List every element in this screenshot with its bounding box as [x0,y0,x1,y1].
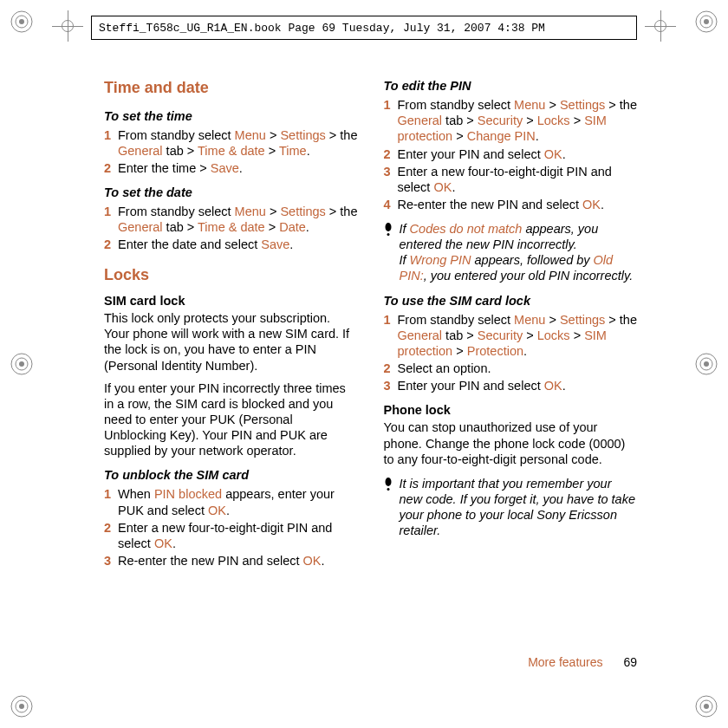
step: 1 When PIN blocked appears, enter your P… [104,486,358,517]
regmark-icon [693,693,719,719]
tip-text: It is important that you remember your n… [400,476,638,539]
step-number: 1 [104,204,118,235]
step-number: 4 [384,197,398,212]
document-header: Steffi_T658c_UG_R1A_EN.book Page 69 Tues… [91,16,637,40]
step-text: From standby select Menu > Settings > th… [118,204,358,235]
svg-point-21 [387,488,389,491]
subheading: To unblock the SIM card [104,467,358,483]
info-icon [384,221,393,284]
tip-note: It is important that you remember your n… [384,476,638,539]
step-text: Select an option. [398,361,638,376]
svg-point-14 [19,704,24,709]
doc-info: Steffi_T658c_UG_R1A_EN.book Page 69 Tues… [99,22,545,35]
tip-note: If Codes do not match appears, you enter… [384,221,638,284]
step: 2 Enter the date and select Save. [104,237,358,252]
step-number: 1 [384,312,398,359]
regmark-icon [9,351,35,377]
right-column: To edit the PIN 1 From standby select Me… [384,78,638,646]
page-content: Time and date To set the time 1 From sta… [104,78,637,646]
regmark-icon [693,9,719,35]
svg-point-19 [387,233,389,236]
step: 1 From standby select Menu > Settings > … [384,97,638,144]
step-text: Re-enter the new PIN and select OK. [398,197,638,212]
svg-point-2 [19,19,24,24]
step: 1 From standby select Menu > Settings > … [104,204,358,235]
subheading: To edit the PIN [384,78,638,94]
paragraph: If you enter your PIN incorrectly three … [104,380,358,459]
step: 1 From standby select Menu > Settings > … [104,127,358,159]
left-column: Time and date To set the time 1 From sta… [104,78,358,646]
step-text: From standby select Menu > Settings > th… [118,127,358,159]
svg-point-5 [704,19,709,24]
step-number: 2 [384,361,398,376]
step-number: 3 [384,378,398,393]
step: 2 Enter the time > Save. [104,160,358,176]
subheading: SIM card lock [104,293,358,309]
step: 4 Re-enter the new PIN and select OK. [384,197,638,212]
step: 3 Enter your PIN and select OK. [384,378,638,393]
step-number: 2 [104,160,118,176]
svg-point-20 [385,478,391,486]
step-number: 3 [384,164,398,195]
step: 3 Re-enter the new PIN and select OK. [104,553,358,569]
tip-text: If Codes do not match appears, you enter… [400,221,638,284]
heading-time-and-date: Time and date [104,78,358,98]
info-icon [384,476,393,539]
section-label: More features [528,655,602,669]
step: 2 Enter your PIN and select OK. [384,146,638,162]
step-number: 3 [104,553,118,569]
step-number: 1 [104,486,118,517]
step-text: When PIN blocked appears, enter your PUK… [118,486,358,517]
svg-point-18 [385,223,391,231]
step-text: Enter a new four-to-eight-digit PIN and … [398,164,638,195]
subheading: To use the SIM card lock [384,293,638,309]
step-text: Enter your PIN and select OK. [398,146,638,162]
step-text: Enter the time > Save. [118,160,358,176]
step: 1 From standby select Menu > Settings > … [384,312,638,359]
subheading: To set the date [104,185,358,200]
page-footer: More features 69 [528,655,637,669]
regmark-icon [9,693,35,719]
step-text: Enter the date and select Save. [118,237,358,252]
crosshair-icon [645,10,676,42]
step-text: From standby select Menu > Settings > th… [398,312,638,359]
step: 2 Enter a new four-to-eight-digit PIN an… [104,520,358,551]
step-number: 2 [104,520,118,551]
step-number: 2 [384,146,398,162]
step-number: 1 [104,127,118,159]
step-number: 1 [384,97,398,144]
paragraph: This lock only protects your subscriptio… [104,310,358,374]
regmark-icon [9,9,35,35]
step: 2 Select an option. [384,361,638,376]
subheading: To set the time [104,108,358,124]
step-text: From standby select Menu > Settings > th… [398,97,638,144]
step-text: Enter your PIN and select OK. [398,378,638,393]
subheading: Phone lock [384,402,638,418]
step: 3 Enter a new four-to-eight-digit PIN an… [384,164,638,195]
crosshair-icon [52,10,83,42]
step-number: 2 [104,237,118,252]
paragraph: You can stop unauthorized use of your ph… [384,419,638,466]
svg-point-17 [704,704,709,709]
step-text: Enter a new four-to-eight-digit PIN and … [118,520,358,551]
svg-point-8 [19,361,24,367]
svg-point-11 [704,361,709,367]
heading-locks: Locks [104,265,358,285]
step-text: Re-enter the new PIN and select OK. [118,553,358,569]
regmark-icon [693,351,719,377]
page-number: 69 [623,655,637,669]
